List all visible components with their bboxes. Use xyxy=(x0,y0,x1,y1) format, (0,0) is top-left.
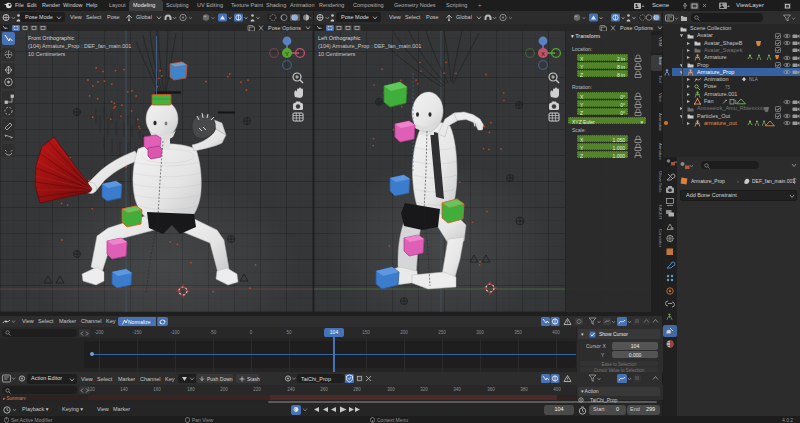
svg-text:VRM: VRM xyxy=(658,37,663,47)
svg-text:Y: Y xyxy=(285,51,289,57)
svg-text:Converter: Converter xyxy=(658,229,663,248)
svg-text:Armature: Armature xyxy=(658,143,663,161)
svg-text:NLA: NLA xyxy=(749,77,758,82)
svg-text:View: View xyxy=(658,93,663,103)
svg-text:Glove Tools: Glove Tools xyxy=(658,171,663,192)
svg-text:Item: Item xyxy=(658,57,663,65)
svg-text:Tool: Tool xyxy=(658,75,663,83)
svg-text:X: X xyxy=(541,51,545,57)
svg-text:Animation: Animation xyxy=(658,113,663,132)
svg-text:FACEIT: FACEIT xyxy=(658,205,663,220)
